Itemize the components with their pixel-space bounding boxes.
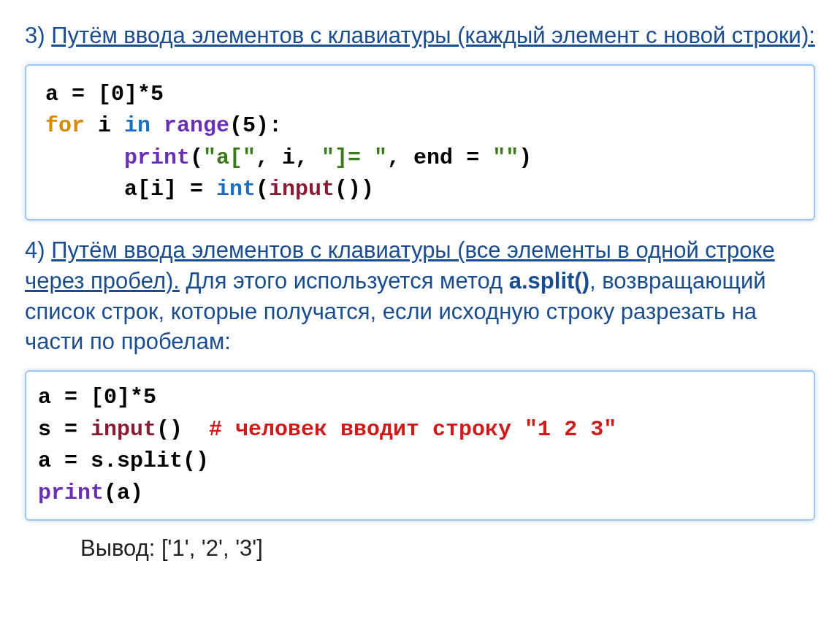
code-block-4-content: a = [0]*5 s = input() # человек вводит с…	[26, 372, 814, 519]
section3-heading: 3) Путём ввода элементов с клавиатуры (к…	[25, 20, 815, 51]
section4-method: a.split()	[509, 268, 589, 294]
section3-title: Путём ввода элементов с клавиатуры (кажд…	[51, 23, 815, 48]
output-text: Вывод: ['1', '2', '3']	[80, 535, 818, 562]
section4-heading: 4) Путём ввода элементов с клавиатуры (в…	[25, 235, 815, 357]
code-block-3-content: a = [0]*5 for i in range(5): print("a[",…	[26, 66, 814, 219]
section3-number: 3)	[25, 23, 51, 48]
section4-number: 4)	[25, 237, 51, 263]
section4-desc1: Для этого используется метод	[180, 268, 509, 294]
code-block-3: a = [0]*5 for i in range(5): print("a[",…	[25, 64, 815, 221]
code-block-4: a = [0]*5 s = input() # человек вводит с…	[25, 370, 815, 521]
